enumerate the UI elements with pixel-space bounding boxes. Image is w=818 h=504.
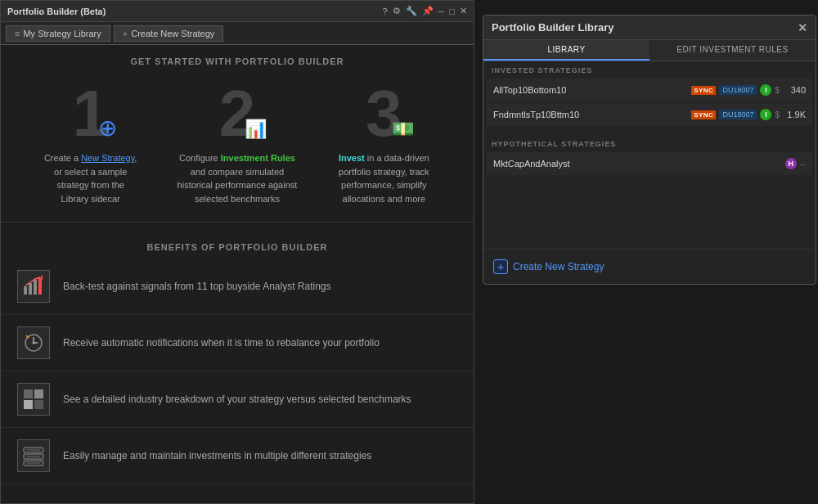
library-panel-title: Portfolio Builder Library <box>492 21 614 34</box>
money-icon: 💵 <box>392 119 414 140</box>
create-new-strategy-label: Create New Strategy <box>131 29 214 38</box>
library-title-bar: Portfolio Builder Library ✕ <box>483 16 816 40</box>
dollar-sign-2: $ <box>775 110 780 119</box>
hyp-value-1: -- <box>800 159 806 169</box>
create-strategy-footer-label: Create New Strategy <box>513 261 604 272</box>
tab-library[interactable]: LIBRARY <box>483 40 649 61</box>
svg-rect-10 <box>34 389 43 398</box>
benefit-text-2: Receive automatic notifications when it … <box>63 337 380 349</box>
my-strategy-library-label: My Strategy Library <box>23 29 101 38</box>
library-tabs: LIBRARY EDIT INVESTMENT RULES <box>483 40 816 61</box>
title-bar-controls: ? ⚙ 🔧 📌 ─ □ ✕ <box>382 6 467 16</box>
sync-badge-2: SYNC <box>691 110 716 119</box>
library-panel: Portfolio Builder Library ✕ LIBRARY EDIT… <box>483 15 816 285</box>
strategy-name-1: AllTop10Bottom10 <box>493 85 688 95</box>
pin-icon[interactable]: 📌 <box>422 6 434 16</box>
benefit-text-4: Easily manage and maintain investments i… <box>63 450 371 461</box>
svg-rect-9 <box>24 389 33 398</box>
step-2-text: Configure Investment Rules and compare s… <box>178 151 298 205</box>
step-1: 1 ⊕ Create a New Strategy, or select a s… <box>25 81 156 205</box>
close-icon[interactable]: ✕ <box>460 6 467 16</box>
svg-rect-11 <box>24 400 33 409</box>
acct-badge-2: DU18007 <box>719 110 757 119</box>
menu-icon: ≡ <box>15 29 20 38</box>
benefit-item-3: See a detailed industry breakdown of you… <box>1 371 474 428</box>
notifications-icon <box>17 326 50 359</box>
strategy-row-fndmntls[interactable]: FndmntlsTp10Bttm10 SYNC DU18007 I $ 1.9K <box>487 103 812 126</box>
step-3: 3 💵 Invest in a data-driven portfolio st… <box>318 81 449 205</box>
benefit-text-1: Back-test against signals from 11 top bu… <box>63 281 331 292</box>
benefits-section: BENEFITS OF PORTFOLIO BUILDER Back-test … <box>1 223 474 484</box>
help-icon[interactable]: ? <box>382 7 387 16</box>
manage-investments-icon <box>17 439 50 472</box>
getting-started-header: GET STARTED WITH PORTFOLIO BUILDER <box>1 45 474 73</box>
library-footer: + Create New Strategy <box>483 249 816 284</box>
benefits-header: BENEFITS OF PORTFOLIO BUILDER <box>1 231 474 259</box>
svg-rect-2 <box>34 280 37 295</box>
my-strategy-library-button[interactable]: ≡ My Strategy Library <box>6 25 110 42</box>
tab-edit-investment-rules[interactable]: EDIT INVESTMENT RULES <box>649 40 816 61</box>
main-window-title: Portfolio Builder (Beta) <box>7 7 106 16</box>
benefit-item-1: Back-test against signals from 11 top bu… <box>1 259 474 315</box>
svg-rect-3 <box>38 278 42 295</box>
maximize-icon[interactable]: □ <box>449 7 455 16</box>
invested-badge-1: I <box>760 84 771 96</box>
main-title-bar: Portfolio Builder (Beta) ? ⚙ 🔧 📌 ─ □ ✕ <box>1 1 474 22</box>
create-strategy-footer-button[interactable]: + Create New Strategy <box>490 256 607 277</box>
main-window-title-group: Portfolio Builder (Beta) <box>7 7 106 16</box>
settings-icon[interactable]: ⚙ <box>393 6 401 16</box>
main-content: GET STARTED WITH PORTFOLIO BUILDER 1 ⊕ C… <box>1 45 474 503</box>
acct-badge-1: DU18007 <box>719 85 757 95</box>
strategy-row-mktcap[interactable]: MktCapAndAnalyst H -- <box>487 152 812 175</box>
sync-badge-1: SYNC <box>691 86 716 95</box>
invested-strategies-label: INVESTED STRATEGIES <box>483 61 816 78</box>
strategy-value-2: 1.9K <box>783 110 806 119</box>
step-1-text: Create a New Strategy, or select a sampl… <box>44 151 137 205</box>
tool-icon[interactable]: 🔧 <box>406 6 417 16</box>
hypothetical-badge-1: H <box>785 158 797 169</box>
benefit-item-4: Easily manage and maintain investments i… <box>1 428 474 484</box>
new-strategy-link[interactable]: New Strategy <box>81 153 134 163</box>
nav-bar: ≡ My Strategy Library + Create New Strat… <box>1 22 474 45</box>
svg-rect-1 <box>29 283 32 295</box>
strategy-value-1: 340 <box>783 85 806 95</box>
main-window: Portfolio Builder (Beta) ? ⚙ 🔧 📌 ─ □ ✕ ≡… <box>0 0 474 504</box>
steps-container: 1 ⊕ Create a New Strategy, or select a s… <box>1 73 474 223</box>
plus-circle-icon: ⊕ <box>98 115 117 142</box>
plus-icon: + <box>123 29 128 38</box>
bars-chart-icon: 📊 <box>245 119 267 140</box>
minimize-icon[interactable]: ─ <box>438 7 445 16</box>
create-plus-icon: + <box>493 259 508 274</box>
invested-badge-2: I <box>760 109 771 120</box>
library-close-button[interactable]: ✕ <box>798 21 807 34</box>
dollar-sign-1: $ <box>775 86 780 95</box>
svg-rect-0 <box>24 286 27 295</box>
strategy-name-2: FndmntlsTp10Bttm10 <box>493 110 688 119</box>
strategy-row-allTop10[interactable]: AllTop10Bottom10 SYNC DU18007 I $ 340 <box>487 79 812 101</box>
strategy-name-hyp-1: MktCapAndAnalyst <box>493 159 782 169</box>
benefit-item-2: Receive automatic notifications when it … <box>1 315 474 371</box>
analyst-ratings-icon <box>17 270 50 303</box>
create-new-strategy-button[interactable]: + Create New Strategy <box>114 25 224 42</box>
svg-point-8 <box>33 342 35 344</box>
svg-rect-12 <box>34 400 43 409</box>
step-3-text: Invest in a data-driven portfolio strate… <box>339 151 429 205</box>
hypothetical-strategies-label: HYPOTHETICAL STRATEGIES <box>483 135 816 151</box>
industry-breakdown-icon <box>17 383 50 416</box>
step-2: 2 📊 Configure Investment Rules and compa… <box>172 81 303 205</box>
benefit-text-3: See a detailed industry breakdown of you… <box>63 394 411 405</box>
